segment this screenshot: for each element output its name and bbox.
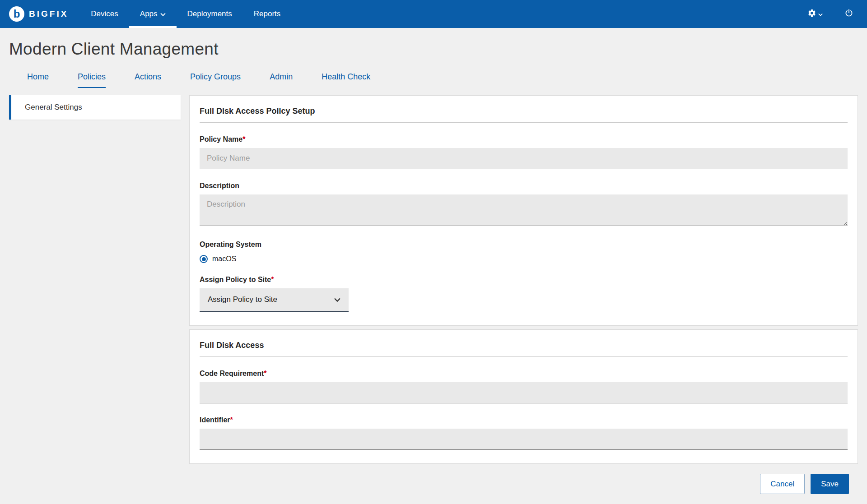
nav-item-reports[interactable]: Reports: [243, 0, 292, 28]
label-text: Description: [200, 182, 239, 190]
card-divider-gap: [189, 326, 858, 329]
code-requirement-label: Code Requirement*: [200, 370, 848, 378]
operating-system-field-group: Operating System macOS: [200, 240, 848, 263]
top-navigation: b BIGFIX Devices Apps Deployments Report…: [0, 0, 867, 28]
description-textarea[interactable]: [200, 194, 848, 226]
policy-setup-card: Full Disk Access Policy Setup Policy Nam…: [189, 95, 858, 326]
tab-home[interactable]: Home: [27, 72, 49, 88]
nav-item-apps[interactable]: Apps: [129, 0, 177, 28]
macos-radio-row: macOS: [200, 255, 848, 263]
required-asterisk: *: [264, 370, 266, 377]
tab-policies[interactable]: Policies: [78, 72, 106, 88]
tab-actions[interactable]: Actions: [135, 72, 161, 88]
chevron-down-icon: [334, 296, 340, 304]
nav-item-label: Reports: [254, 9, 281, 18]
identifier-field-group: Identifier*: [200, 416, 848, 450]
nav-item-label: Deployments: [187, 9, 232, 18]
cancel-button[interactable]: Cancel: [760, 474, 805, 494]
save-button[interactable]: Save: [811, 474, 849, 494]
nav-item-label: Apps: [140, 9, 158, 18]
dropdown-selected-value: Assign Policy to Site: [208, 295, 277, 304]
tab-health-check[interactable]: Health Check: [322, 72, 370, 88]
code-requirement-field-group: Code Requirement*: [200, 370, 848, 403]
nav-right-controls: [807, 0, 867, 28]
power-icon: [844, 9, 853, 19]
footer-actions: Cancel Save: [189, 464, 858, 494]
full-disk-access-heading: Full Disk Access: [200, 341, 848, 357]
label-text: Policy Name: [200, 135, 242, 143]
label-text: Operating System: [200, 240, 261, 248]
bigfix-logo: b: [9, 6, 24, 22]
required-asterisk: *: [230, 416, 233, 424]
logout-button[interactable]: [844, 9, 853, 19]
chevron-down-icon: [160, 9, 166, 18]
nav-item-deployments[interactable]: Deployments: [177, 0, 243, 28]
label-text: Code Requirement: [200, 370, 264, 377]
identifier-input[interactable]: [200, 429, 848, 450]
policy-setup-heading: Full Disk Access Policy Setup: [200, 106, 848, 123]
tab-admin[interactable]: Admin: [270, 72, 293, 88]
label-text: Identifier: [200, 416, 230, 424]
tab-policy-groups[interactable]: Policy Groups: [190, 72, 241, 88]
nav-item-label: Devices: [91, 9, 118, 18]
page-title: Modern Client Management: [0, 28, 867, 59]
main-panel: Full Disk Access Policy Setup Policy Nam…: [189, 95, 858, 494]
settings-menu-button[interactable]: [807, 9, 823, 19]
assign-site-label: Assign Policy to Site*: [200, 276, 848, 284]
required-asterisk: *: [271, 276, 274, 283]
chevron-down-icon: [818, 10, 823, 18]
operating-system-label: Operating System: [200, 240, 848, 249]
full-disk-access-card: Full Disk Access Code Requirement* Ident…: [189, 329, 858, 464]
policy-name-label: Policy Name*: [200, 135, 848, 143]
label-text: Assign Policy to Site: [200, 276, 271, 283]
brand-text: BIGFIX: [29, 9, 68, 19]
content-area: General Settings Full Disk Access Policy…: [0, 88, 867, 494]
assign-site-dropdown[interactable]: Assign Policy to Site: [200, 288, 349, 312]
sidebar-item-general-settings[interactable]: General Settings: [9, 95, 181, 120]
settings-sidebar: General Settings: [9, 95, 181, 120]
assign-site-field-group: Assign Policy to Site* Assign Policy to …: [200, 276, 848, 312]
description-label: Description: [200, 182, 848, 190]
required-asterisk: *: [242, 135, 245, 143]
macos-radio[interactable]: [200, 255, 208, 263]
policy-name-field-group: Policy Name*: [200, 135, 848, 169]
description-field-group: Description: [200, 182, 848, 228]
radio-dot: [202, 257, 206, 261]
code-requirement-input[interactable]: [200, 382, 848, 403]
policy-name-input[interactable]: [200, 148, 848, 169]
tab-bar: Home Policies Actions Policy Groups Admi…: [0, 59, 867, 88]
macos-radio-label: macOS: [212, 255, 236, 263]
nav-item-devices[interactable]: Devices: [80, 0, 129, 28]
gear-icon: [807, 9, 816, 19]
identifier-label: Identifier*: [200, 416, 848, 424]
main-nav: Devices Apps Deployments Reports: [80, 0, 291, 28]
bigfix-brand[interactable]: b BIGFIX: [0, 0, 80, 28]
